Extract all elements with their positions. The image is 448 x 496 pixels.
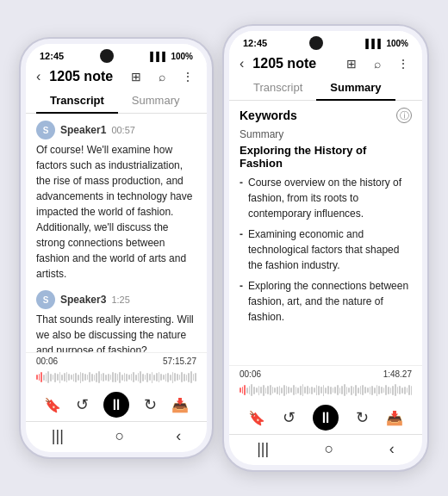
- speaker-name-2-left: Speaker3: [60, 294, 106, 306]
- player-bar-left: 00:06 57:15.27 🔖 ↺ ⏸ ↻ 📥: [26, 352, 207, 421]
- gallery-icon-left[interactable]: ⊞: [128, 68, 145, 85]
- battery-left: 100%: [171, 52, 193, 61]
- circle-button-left[interactable]: ○: [115, 427, 125, 445]
- back-button-right[interactable]: ‹: [240, 56, 244, 71]
- back-button-left[interactable]: ‹: [36, 69, 40, 84]
- player-bar-right: 00:06 1:48.27 🔖 ↺ ⏸ ↻ 📥: [229, 365, 422, 434]
- bullet-item-3: - Exploring the connections between fash…: [240, 278, 412, 325]
- nav-icons-left: ⊞ ⌕ ⋮: [128, 68, 196, 85]
- speaker-row-2-left: S Speaker3 1:25: [36, 290, 196, 309]
- signal-right: ▌▌▌: [365, 39, 383, 48]
- avatar-speaker3-left: S: [36, 290, 55, 309]
- tab-summary-left[interactable]: Summary: [118, 89, 194, 114]
- rewind-button-right[interactable]: ↺: [283, 408, 296, 427]
- save-button-left[interactable]: 📥: [171, 397, 189, 413]
- search-icon-right[interactable]: ⌕: [369, 55, 386, 72]
- summary-heading-right: Exploring the History of Fashion: [240, 144, 412, 170]
- time-right: 12:45: [243, 38, 267, 48]
- message-2-left: S Speaker3 1:25 That sounds really inter…: [36, 290, 196, 352]
- speaker-time-1-left: 00:57: [111, 125, 135, 135]
- keywords-title-right: Keywords: [240, 108, 297, 122]
- notch-left: [100, 49, 114, 63]
- current-time-left: 00:06: [36, 356, 58, 366]
- page-title-left: 1205 note: [49, 69, 122, 84]
- bullet-item-1: - Course overview on the history of fash…: [240, 175, 412, 221]
- gallery-icon-right[interactable]: ⊞: [343, 55, 360, 72]
- player-time-row-right: 00:06 1:48.27: [240, 369, 412, 379]
- bottom-nav-right: ||| ○ ‹: [229, 434, 422, 465]
- right-phone: 12:45 ▌▌▌ 100% ‹ 1205 note ⊞ ⌕ ⋮: [222, 24, 429, 472]
- avatar-speaker1-left: S: [36, 121, 55, 140]
- bullet-text-1: Course overview on the history of fashio…: [248, 175, 412, 221]
- total-time-left: 57:15.27: [163, 356, 196, 366]
- rewind-button-left[interactable]: ↺: [76, 395, 89, 414]
- bookmark-button-left[interactable]: 🔖: [44, 397, 61, 413]
- home-button-left[interactable]: |||: [52, 427, 64, 445]
- bullet-dash-1: -: [240, 175, 243, 221]
- signal-left: ▌▌▌: [150, 52, 168, 61]
- search-icon-left[interactable]: ⌕: [153, 68, 171, 85]
- keywords-header-right: Keywords ⓘ: [240, 108, 412, 123]
- waveform-left[interactable]: [36, 368, 196, 387]
- nav-bar-left: ‹ 1205 note ⊞ ⌕ ⋮: [26, 65, 207, 89]
- circle-button-right[interactable]: ○: [325, 440, 334, 458]
- home-button-right[interactable]: |||: [257, 440, 269, 458]
- save-button-right[interactable]: 📥: [386, 410, 403, 426]
- summary-content-right: Keywords ⓘ Summary Exploring the History…: [229, 101, 422, 365]
- battery-right: 100%: [386, 39, 408, 48]
- current-time-right: 00:06: [240, 369, 261, 379]
- waveform-right[interactable]: [240, 381, 412, 400]
- message-text-2-left: That sounds really interesting. Will we …: [36, 312, 196, 352]
- nav-icons-right: ⊞ ⌕ ⋮: [343, 55, 412, 72]
- bullet-item-2: - Examining economic and technological f…: [240, 226, 412, 273]
- notch-right: [309, 36, 323, 50]
- bottom-nav-left: ||| ○ ‹: [26, 421, 207, 452]
- info-icon-right[interactable]: ⓘ: [396, 108, 412, 123]
- status-bar-left: 12:45 ▌▌▌ 100%: [26, 44, 207, 65]
- bullet-text-3: Exploring the connections between fashio…: [248, 278, 412, 325]
- bullet-dash-2: -: [240, 226, 243, 273]
- transcript-content-left: S Speaker1 00:57 Of course! We'll examin…: [26, 114, 207, 352]
- right-screen: 12:45 ▌▌▌ 100% ‹ 1205 note ⊞ ⌕ ⋮: [229, 31, 422, 465]
- more-icon-left[interactable]: ⋮: [179, 68, 196, 85]
- summary-bullet-list: - Course overview on the history of fash…: [240, 175, 412, 325]
- speaker-row-1-left: S Speaker1 00:57: [36, 121, 196, 140]
- back-nav-button-left[interactable]: ‹: [176, 427, 181, 445]
- bookmark-button-right[interactable]: 🔖: [248, 410, 265, 426]
- forward-button-left[interactable]: ↻: [144, 395, 157, 414]
- forward-button-right[interactable]: ↻: [356, 408, 369, 427]
- tabs-left: Transcript Summary: [26, 89, 207, 114]
- bullet-text-2: Examining economic and technological fac…: [248, 226, 412, 273]
- player-controls-right: 🔖 ↺ ⏸ ↻ 📥: [240, 401, 412, 432]
- player-time-row-left: 00:06 57:15.27: [36, 356, 196, 366]
- player-controls-left: 🔖 ↺ ⏸ ↻ 📥: [36, 388, 196, 419]
- play-pause-button-right[interactable]: ⏸: [313, 405, 339, 431]
- time-left: 12:45: [40, 51, 64, 61]
- message-text-1-left: Of course! We'll examine how factors suc…: [36, 142, 196, 282]
- page-title-right: 1205 note: [252, 56, 338, 71]
- bullet-dash-3: -: [240, 278, 243, 325]
- nav-bar-right: ‹ 1205 note ⊞ ⌕ ⋮: [229, 52, 422, 76]
- speaker-time-2-left: 1:25: [111, 294, 129, 305]
- tabs-right: Transcript Summary: [229, 76, 422, 101]
- status-bar-right: 12:45 ▌▌▌ 100%: [229, 31, 422, 52]
- message-1-left: S Speaker1 00:57 Of course! We'll examin…: [36, 121, 196, 282]
- tab-summary-right[interactable]: Summary: [316, 76, 395, 101]
- left-screen: 12:45 ▌▌▌ 100% ‹ 1205 note ⊞ ⌕ ⋮: [26, 44, 207, 452]
- speaker-name-1-left: Speaker1: [60, 124, 106, 136]
- tab-transcript-right[interactable]: Transcript: [240, 76, 316, 101]
- left-phone: 12:45 ▌▌▌ 100% ‹ 1205 note ⊞ ⌕ ⋮: [19, 37, 214, 459]
- summary-label-right: Summary: [240, 128, 412, 140]
- total-time-right: 1:48.27: [383, 369, 412, 379]
- more-icon-right[interactable]: ⋮: [395, 55, 412, 72]
- status-icons-left: ▌▌▌ 100%: [150, 52, 193, 61]
- play-pause-button-left[interactable]: ⏸: [103, 392, 129, 418]
- status-icons-right: ▌▌▌ 100%: [365, 39, 408, 48]
- tab-transcript-left[interactable]: Transcript: [36, 89, 118, 114]
- back-nav-button-right[interactable]: ‹: [389, 440, 395, 458]
